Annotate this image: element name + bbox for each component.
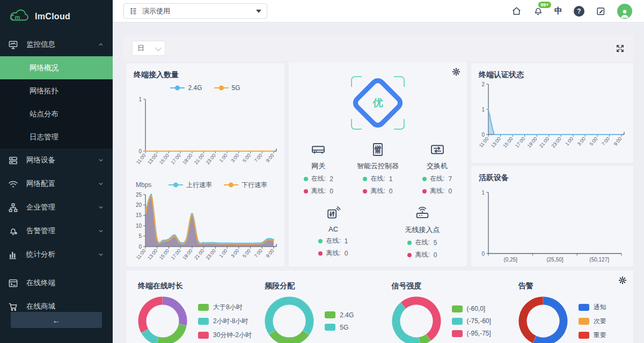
legend-item[interactable]: 5G [325,324,354,331]
sidebar-item-0[interactable]: 网络设备 [0,148,113,172]
svg-text:23:00: 23:00 [205,153,217,166]
svg-text:1: 1 [481,190,485,196]
legend-item[interactable]: (-60,0] [452,305,491,312]
brand-name: ImCloud [35,12,70,21]
sidebar-group-label: 监控信息 [26,40,55,49]
sidebar-item-5[interactable]: 在线终端 [0,271,113,295]
card-terminal-access: 终端接入数量 2.4G5G 0111:0013:0015:0017:0019:0… [126,63,284,266]
corner-bracket [394,76,405,87]
legend-item[interactable]: 30分钟-2小时 [198,331,252,340]
svg-text:13:00: 13:00 [490,136,502,149]
sidebar-subitem-3[interactable]: 日志管理 [0,125,113,148]
arrow-left-icon: ← [53,316,61,325]
offline-label: 离线: [415,250,429,259]
svg-text:0: 0 [138,148,142,154]
gateway-icon [310,141,326,158]
svg-text:(0,25]: (0,25] [504,257,518,263]
legend-label: 通知 [594,303,606,312]
legend-item[interactable]: (-95,-75] [452,330,491,337]
legend-item[interactable]: 上行速率 [169,181,212,190]
donut-legend: (-60,0](-75,-60](-95,-75] [452,305,491,337]
legend-item[interactable]: 通知 [579,303,606,312]
card-title: 信号强度 [392,281,507,291]
site-selector-dropdown[interactable]: 演示使用 [123,3,267,19]
device-offline-line: 离线:0 [289,249,378,258]
bell-icon[interactable]: 99+ [533,6,543,16]
language-toggle[interactable]: 中 [554,6,562,16]
svg-text:17:00: 17:00 [514,136,526,149]
sidebar-item-3[interactable]: 告警管理 [0,219,113,243]
legend-swatch [198,304,209,311]
svg-text:0: 0 [481,251,485,257]
edit-icon[interactable] [596,6,606,16]
svg-text:9:00: 9:00 [613,136,623,147]
y-axis-unit: Mbps [126,181,151,189]
online-dot [363,177,367,181]
main-content: 日 终端接入数量 2.4G5G 0111:0013:0015:0017:0019… [113,23,644,343]
sidebar-item-label: 网络配置 [26,179,55,189]
alarm-bell-icon [8,226,18,236]
offline-label: 离线: [311,187,326,196]
brand-logo[interactable]: m ImCloud [0,0,113,33]
health-grade-text: 优 [373,96,383,110]
legend-item[interactable]: 大于8小时 [198,303,252,312]
topbar-icons: 99+ 中 ? [511,4,632,19]
svg-text:21:00: 21:00 [538,136,550,149]
sidebar-item-1[interactable]: 网络配置 [0,172,113,196]
svg-text:7:00: 7:00 [253,153,264,163]
avatar[interactable] [617,4,632,19]
legend-label: 大于8小时 [213,303,243,312]
chart-legend: 2.4G5G [126,81,284,95]
gear-icon[interactable] [452,68,460,76]
legend-swatch [579,304,589,311]
chevron-down-icon [98,181,104,187]
sidebar-subitem-0[interactable]: 网络概况 [0,56,113,79]
svg-text:(25,50]: (25,50] [546,257,563,263]
chevron-down-icon [98,157,104,163]
legend-swatch [198,332,209,339]
sidebar-collapse-button[interactable]: ← [11,312,102,328]
svg-text:11:00: 11:00 [135,153,147,165]
sidebar-item-4[interactable]: 统计分析 [0,243,113,266]
device-status-grid: 网关在线:2离线:0智能云控制器在线:1离线:0交换机在线:7离线:0AC在线:… [289,141,467,265]
period-select[interactable]: 日 [132,41,165,56]
legend-item[interactable]: (-75,-60] [452,317,491,325]
donut-group-signal-strength: 信号强度 (-60,0](-75,-60](-95,-75] [380,281,507,343]
legend-item[interactable]: 2小时-8小时 [198,317,252,326]
legend-item[interactable]: 5G [214,84,240,92]
help-icon[interactable]: ? [574,6,584,17]
card-title: 活跃设备 [471,166,633,183]
expand-icon[interactable] [616,44,625,53]
card-distribution-charts: 终端在线时长 大于8小时2小时-8小时30分钟-2小时 频段分配 2.4G5G … [126,271,633,343]
legend-item[interactable]: 下行速率 [224,181,267,190]
server-icon [8,155,18,166]
chevron-down-icon [98,204,104,211]
svg-text:1:00: 1:00 [218,153,229,163]
legend-label: 重要 [594,331,606,340]
sidebar-menu: 网络设备网络配置企业管理告警管理统计分析在线终端在线商城 [0,148,113,318]
legend-item[interactable]: 2.4G [325,311,354,319]
chevron-up-icon [98,41,104,48]
legend-label: 次要 [594,317,606,326]
legend-item[interactable]: 重要 [579,331,606,340]
throughput-chart: 051015202511:0013:0015:0017:0019:0021:00… [129,191,284,273]
svg-text:5:00: 5:00 [589,136,599,147]
sidebar-item-2[interactable]: 企业管理 [0,196,113,219]
legend-item[interactable]: 次要 [579,317,606,326]
svg-text:17:00: 17:00 [170,248,182,261]
device-online-line: 在线:2 [289,174,348,183]
device-offline-line: 离线:0 [289,187,348,196]
offline-label: 离线: [326,249,340,258]
legend-item[interactable]: 2.4G [170,84,202,92]
svg-text:13:00: 13:00 [147,248,158,261]
svg-text:m: m [15,14,20,20]
device-offline-line: 离线:0 [378,250,467,259]
sidebar-subitem-1[interactable]: 网络拓扑 [0,79,113,102]
sidebar-group-monitor[interactable]: 监控信息 [0,33,113,56]
home-icon[interactable] [511,6,522,16]
chart-legend: 上行速率下行速率 [151,178,284,191]
device-name: 交换机 [407,161,467,171]
sidebar-subitem-2[interactable]: 站点分布 [0,102,113,125]
offline-dot [304,189,308,193]
ac-icon [325,205,341,221]
